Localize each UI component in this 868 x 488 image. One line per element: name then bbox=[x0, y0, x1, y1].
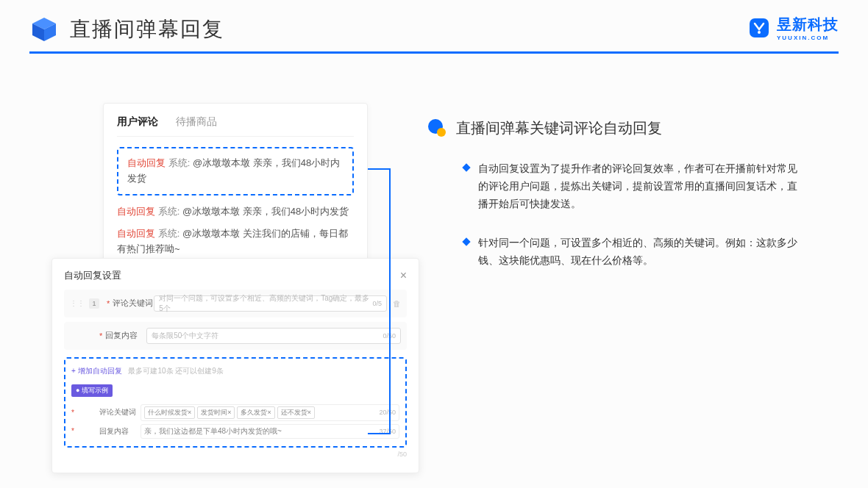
autoreply-tag: 自动回复 bbox=[127, 157, 166, 168]
section-title: 直播间弹幕关键词评论自动回复 bbox=[456, 118, 662, 138]
header-divider bbox=[29, 51, 839, 54]
comment-text: @冰墩墩本墩 亲亲，我们48小时内发货 bbox=[182, 206, 349, 217]
bullet-item: 针对同一个问题，可设置多个相近的、高频的关键词。例如：这款多少钱、这块能优惠吗、… bbox=[463, 234, 824, 270]
example-block: + 增加自动回复 最多可建10条 还可以创建9条 ● 填写示例 * 评论关键词 … bbox=[64, 357, 407, 448]
system-label: 系统: bbox=[158, 206, 180, 217]
close-icon[interactable]: × bbox=[400, 269, 407, 282]
delete-icon[interactable]: 🗑 bbox=[393, 299, 401, 308]
placeholder: 对同一个问题，可设置多个相近、高频的关键词，Tag确定，最多5个 bbox=[159, 293, 372, 314]
outer-counter: /50 bbox=[64, 451, 407, 458]
comment-tabs: 用户评论 待播商品 bbox=[117, 115, 354, 137]
tag-chip[interactable]: 多久发货× bbox=[237, 406, 274, 419]
example-keyword-input[interactable]: 什么时候发货× 发货时间× 多久发货× 还不发货× 20/50 bbox=[140, 404, 399, 421]
bullet-icon bbox=[427, 118, 447, 138]
example-reply-row: * 回复内容 亲，我们这边都是下单48小时内发货的哦~ 37/50 bbox=[71, 424, 399, 439]
mock-screenshots: 用户评论 待播商品 自动回复 系统: @冰墩墩本墩 亲亲，我们48小时内发货 自… bbox=[51, 103, 419, 473]
ex-reply-text: 亲，我们这边都是下单48小时内发货的哦~ bbox=[144, 426, 282, 437]
example-pill: ● 填写示例 bbox=[71, 384, 113, 397]
svg-point-6 bbox=[437, 128, 446, 137]
tag-chip[interactable]: 什么时候发货× bbox=[144, 406, 195, 419]
highlighted-comment-box: 自动回复 系统: @冰墩墩本墩 亲亲，我们48小时内发货 bbox=[117, 147, 354, 195]
slide-header: 直播间弹幕回复 bbox=[0, 0, 868, 51]
brand-name: 昱新科技 bbox=[777, 15, 839, 35]
example-keyword-row: * 评论关键词 什么时候发货× 发货时间× 多久发货× 还不发货× 20/50 bbox=[71, 404, 399, 421]
reply-row: * 回复内容 每条限50个中文字符 0/50 bbox=[64, 322, 407, 350]
drag-handle-icon[interactable]: ⋮⋮ bbox=[70, 299, 85, 307]
system-label: 系统: bbox=[158, 228, 180, 239]
field-label-reply: 回复内容 bbox=[105, 330, 146, 341]
keyword-counter: 0/5 bbox=[372, 300, 382, 307]
comment-line: 自动回复 系统: @冰墩墩本墩 亲亲，我们48小时内发货 bbox=[127, 156, 344, 187]
ex-kw-counter: 20/50 bbox=[379, 409, 396, 416]
tag-chip[interactable]: 发货时间× bbox=[197, 406, 235, 419]
required-star: * bbox=[99, 331, 102, 340]
required-star: * bbox=[107, 299, 110, 308]
description-column: 直播间弹幕关键词评论自动回复 自动回复设置为了提升作者的评论回复效率，作者可在开… bbox=[427, 118, 824, 292]
cube-icon bbox=[29, 15, 59, 44]
reply-input[interactable]: 每条限50个中文字符 0/50 bbox=[146, 328, 401, 344]
row-index: 1 bbox=[89, 298, 99, 309]
settings-title: 自动回复设置 bbox=[64, 269, 121, 282]
bullet-text: 针对同一个问题，可设置多个相近的、高频的关键词。例如：这款多少钱、这块能优惠吗、… bbox=[478, 234, 802, 270]
comment-line: 自动回复 系统: @冰墩墩本墩 亲亲，我们48小时内发货 bbox=[117, 204, 354, 220]
brand-subtext: YUUXIN.COM bbox=[777, 35, 839, 41]
tab-pending-products[interactable]: 待播商品 bbox=[176, 115, 217, 129]
diamond-icon bbox=[462, 238, 470, 246]
tag-chip[interactable]: 还不发货× bbox=[277, 406, 315, 419]
keyword-input[interactable]: 对同一个问题，可设置多个相近、高频的关键词，Tag确定，最多5个 0/5 bbox=[154, 295, 387, 312]
system-label: 系统: bbox=[168, 157, 191, 168]
ex-reply-counter: 37/50 bbox=[379, 428, 396, 435]
svg-point-4 bbox=[758, 31, 761, 34]
required-star: * bbox=[71, 409, 74, 417]
diamond-icon bbox=[462, 163, 470, 171]
bullet-text: 自动回复设置为了提升作者的评论回复效率，作者可在开播前针对常见的评论用户问题，提… bbox=[478, 160, 802, 212]
page-title: 直播间弹幕回复 bbox=[70, 15, 224, 43]
example-reply-input[interactable]: 亲，我们这边都是下单48小时内发货的哦~ 37/50 bbox=[140, 424, 399, 439]
add-autoreply-link[interactable]: + 增加自动回复 最多可建10条 还可以创建9条 bbox=[71, 366, 399, 376]
add-hint: 最多可建10条 还可以创建9条 bbox=[128, 367, 223, 375]
ex-reply-label: 回复内容 bbox=[99, 426, 140, 437]
brand-logo: 昱新科技 YUUXIN.COM bbox=[747, 15, 839, 41]
field-label-keyword: 评论关键词 bbox=[113, 298, 154, 309]
keyword-row: ⋮⋮ 1 * 评论关键词 对同一个问题，可设置多个相近、高频的关键词，Tag确定… bbox=[64, 290, 407, 317]
section-header: 直播间弹幕关键词评论自动回复 bbox=[427, 118, 824, 138]
autoreply-tag: 自动回复 bbox=[117, 206, 155, 217]
comments-card: 用户评论 待播商品 自动回复 系统: @冰墩墩本墩 亲亲，我们48小时内发货 自… bbox=[103, 103, 368, 276]
bullet-item: 自动回复设置为了提升作者的评论回复效率，作者可在开播前针对常见的评论用户问题，提… bbox=[463, 160, 824, 212]
ex-kw-label: 评论关键词 bbox=[99, 407, 140, 417]
tab-user-comments[interactable]: 用户评论 bbox=[117, 115, 158, 129]
comment-line: 自动回复 系统: @冰墩墩本墩 关注我们的店铺，每日都有热门推荐呦~ bbox=[117, 226, 354, 257]
placeholder: 每条限50个中文字符 bbox=[152, 331, 218, 341]
settings-card: 自动回复设置 × ⋮⋮ 1 * 评论关键词 对同一个问题，可设置多个相近、高频的… bbox=[51, 258, 419, 473]
required-star: * bbox=[71, 427, 74, 435]
brand-icon bbox=[747, 16, 771, 40]
reply-counter: 0/50 bbox=[383, 332, 396, 340]
autoreply-tag: 自动回复 bbox=[117, 228, 155, 239]
